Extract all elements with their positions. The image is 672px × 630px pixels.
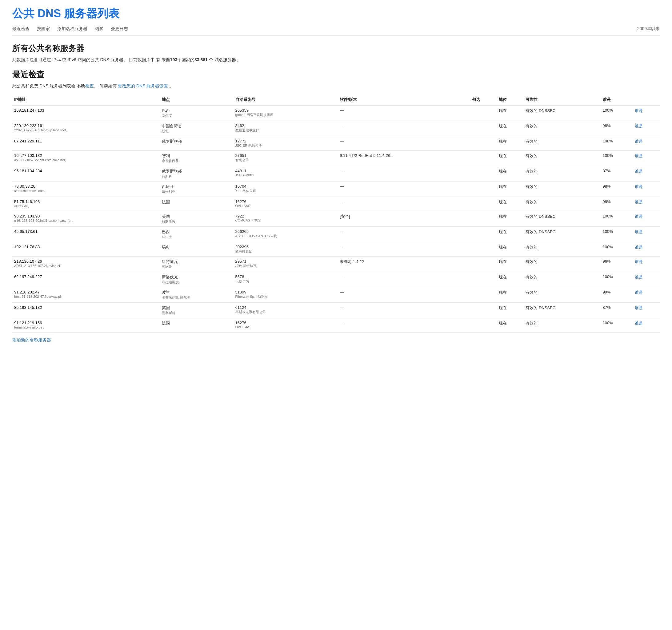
cell-whois[interactable]: 谁是 — [633, 242, 660, 256]
all-servers-title: 所有公共名称服务器 — [12, 43, 660, 54]
table-header: IP地址 地点 自治系统号 软件/版本 勾选 地位 可靠性 谁是 — [12, 94, 660, 105]
table-row: 51.75.146.193olitrax.de。法国16276OVH SAS—现… — [12, 197, 660, 211]
cell-whois[interactable]: 谁是 — [633, 105, 660, 121]
col-asn: 自治系统号 — [234, 94, 338, 105]
cell-ip: 220.130.223.161220-130-223-161.hinet-ip.… — [12, 121, 160, 136]
cell-reliability: 98% — [601, 121, 633, 136]
cell-check — [470, 150, 497, 166]
nav-recent-check[interactable]: 最近检查 — [12, 26, 29, 32]
cell-ip: 91.218.202.47host-91-218-202-47.fiberway… — [12, 287, 160, 302]
cell-whois[interactable]: 谁是 — [633, 302, 660, 318]
cell-location: 巴西斗牛士 — [160, 226, 233, 242]
cell-software: 9.11.4-P2-RedHat-9.11.4-26... — [338, 150, 470, 166]
whois-link[interactable]: 谁是 — [635, 259, 643, 264]
col-ip: IP地址 — [12, 94, 160, 105]
check-link[interactable]: 检查 — [85, 83, 94, 88]
all-servers-desc: 此数据库包含可通过 IPv4 或 IPv6 访问的公共 DNS 服务器。 目前数… — [12, 56, 660, 63]
table-row: 192.121.76.88瑞典202296欧洲微集团—现在有效的100%谁是 — [12, 242, 660, 256]
whois-link[interactable]: 谁是 — [635, 290, 643, 295]
whois-link[interactable]: 谁是 — [635, 139, 643, 144]
change-dns-link[interactable]: 更改您的 DNS 服务器设置 — [118, 83, 168, 88]
cell-reliability: 100% — [601, 150, 633, 166]
cell-location: 俄罗斯联邦 — [160, 136, 233, 150]
cell-software: — — [338, 226, 470, 242]
col-location: 地点 — [160, 94, 233, 105]
cell-location: 智利康塞普西翁 — [160, 150, 233, 166]
cell-check — [470, 256, 497, 272]
whois-link[interactable]: 谁是 — [635, 321, 643, 325]
cell-asn: 61124马斯顿电讯有限公司 — [234, 302, 338, 318]
cell-asn: 265359gotcha 网络互联网提供商 — [234, 105, 338, 121]
recent-desc: 此公共和免费 DNS 服务器列表会 不断检查。 阅读如何 更改您的 DNS 服务… — [12, 82, 660, 89]
whois-link[interactable]: 谁是 — [635, 245, 643, 249]
cell-software: — — [338, 287, 470, 302]
whois-link[interactable]: 谁是 — [635, 169, 643, 173]
cell-ip: 78.30.33.26static.masmovil.com。 — [12, 181, 160, 197]
cell-whois[interactable]: 谁是 — [633, 226, 660, 242]
nav-add-nameserver[interactable]: 添加名称服务器 — [57, 26, 88, 32]
cell-whois[interactable]: 谁是 — [633, 136, 660, 150]
whois-link[interactable]: 谁是 — [635, 200, 643, 204]
cell-reliability: 100% — [601, 211, 633, 226]
cell-whois[interactable]: 谁是 — [633, 166, 660, 181]
cell-validity: 有效的 — [524, 197, 601, 211]
whois-link[interactable]: 谁是 — [635, 184, 643, 189]
cell-whois[interactable]: 谁是 — [633, 256, 660, 272]
whois-link[interactable]: 谁是 — [635, 306, 643, 310]
cell-whois[interactable]: 谁是 — [633, 150, 660, 166]
table-row: 220.130.223.161220-130-223-161.hinet-ip.… — [12, 121, 660, 136]
cell-ip: 164.77.103.132as5300-s05-122.cnt.entelch… — [12, 150, 160, 166]
cell-location: 波兰卡齐米尔扎-维尔卡 — [160, 287, 233, 302]
cell-software: — — [338, 272, 470, 287]
cell-whois[interactable]: 谁是 — [633, 272, 660, 287]
nav-by-country[interactable]: 按国家 — [37, 26, 50, 32]
whois-link[interactable]: 谁是 — [635, 153, 643, 158]
cell-check — [470, 166, 497, 181]
cell-check — [470, 136, 497, 150]
cell-location: 法国 — [160, 197, 233, 211]
nav-changelog[interactable]: 变更日志 — [111, 26, 128, 32]
recent-section-title: 最近检查 — [12, 69, 660, 80]
cell-validity: 有效的 — [524, 256, 601, 272]
cell-location: 西班牙塞维利亚 — [160, 181, 233, 197]
cell-ip: 95.181.134.234 — [12, 166, 160, 181]
col-check: 勾选 — [470, 94, 497, 105]
cell-check — [470, 302, 497, 318]
cell-check — [470, 242, 497, 256]
cell-whois[interactable]: 谁是 — [633, 121, 660, 136]
col-whois: 谁是 — [601, 94, 633, 105]
whois-link[interactable]: 谁是 — [635, 108, 643, 113]
cell-reliability: 87% — [601, 302, 633, 318]
cell-check — [470, 197, 497, 211]
cell-validity: 有效的 — [524, 121, 601, 136]
cell-whois[interactable]: 谁是 — [633, 211, 660, 226]
table-row: 168.181.247.103巴西圣保罗265359gotcha 网络互联网提供… — [12, 105, 660, 121]
add-nameserver-link[interactable]: 添加新的名称服务器 — [12, 337, 51, 343]
cell-validity: 有效的 — [524, 272, 601, 287]
cell-check — [470, 272, 497, 287]
cell-validity: 有效的 — [524, 181, 601, 197]
cell-location: 英国曼彻斯特 — [160, 302, 233, 318]
cell-validity: 有效的 — [524, 150, 601, 166]
cell-whois[interactable]: 谁是 — [633, 197, 660, 211]
whois-link[interactable]: 谁是 — [635, 214, 643, 219]
year-label: 2009年以来 — [637, 26, 660, 32]
table-row: 78.30.33.26static.masmovil.com。西班牙塞维利亚15… — [12, 181, 660, 197]
cell-asn: 29571橙色-科特迪瓦 — [234, 256, 338, 272]
cell-ip: 51.75.146.193olitrax.de。 — [12, 197, 160, 211]
whois-link[interactable]: 谁是 — [635, 275, 643, 279]
cell-whois[interactable]: 谁是 — [633, 287, 660, 302]
cell-software: — — [338, 166, 470, 181]
table-row: 62.197.249.227斯洛伐克布拉迪斯发5578天鹅作为—现在有效的100… — [12, 272, 660, 287]
nav-test[interactable]: 测试 — [95, 26, 103, 32]
cell-location: 巴西圣保罗 — [160, 105, 233, 121]
cell-reliability: 99% — [601, 287, 633, 302]
whois-link[interactable]: 谁是 — [635, 229, 643, 234]
cell-whois[interactable]: 谁是 — [633, 318, 660, 332]
cell-check — [470, 287, 497, 302]
whois-link[interactable]: 谁是 — [635, 124, 643, 128]
cell-status: 现在 — [497, 181, 524, 197]
cell-check — [470, 105, 497, 121]
cell-whois[interactable]: 谁是 — [633, 181, 660, 197]
cell-validity: 有效的 — [524, 318, 601, 332]
